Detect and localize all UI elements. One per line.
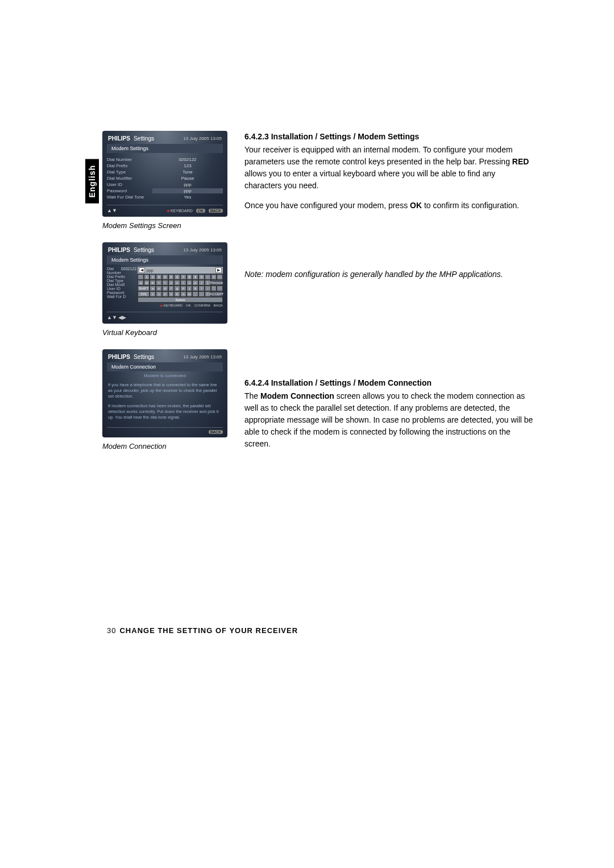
brand-label: PHILIPS [108,247,130,253]
row-value: ppp [152,182,223,187]
vk-key-accept: ACCEPT [211,291,223,297]
vk-key: - [205,274,211,280]
ss-timestamp: 13 July 2005 13:05 [183,247,222,253]
ok-hint: OK [186,304,191,307]
vk-key: g [174,286,180,291]
caption: Modem Settings Screen [102,221,227,230]
text: Once you have configured your modem, pre… [244,201,410,210]
text: allows you to enter a virtual keyboard w… [244,169,495,190]
vk-key [217,286,223,291]
ss-subheader: Modem Settings [107,144,223,153]
vk-key: l [198,286,205,291]
right-column: 6.4.2.3 Installation / Settings / Modem … [244,131,534,463]
vk-key: p [192,280,198,286]
vk-key: [ [198,280,205,286]
vk-key: r [156,280,162,286]
vk-key: h [180,286,186,291]
ss-timestamp: 13 July 2005 13:05 [183,354,222,359]
vk-key: q [138,280,144,286]
text: The [244,391,260,400]
caption: Virtual Keyboard [102,328,227,337]
caption: Modem Connection [102,442,227,450]
vk-key: v [168,291,175,297]
back-hint: BACK [209,209,223,213]
bold-text: RED [512,157,529,166]
vk-key: . [198,291,205,297]
vk-key: x [156,291,162,297]
body-paragraph: The Modem Connection screen allows you t… [244,390,534,450]
side-label: Dial Number [107,267,121,275]
section-heading: 6.4.2.3 Installation / Settings / Modem … [244,131,534,143]
ss-help-bar: ▲▼ ◀▶ [107,312,223,320]
vk-key: n [180,291,186,297]
bold-text: OK [410,201,422,210]
setting-row: Dial Number0202122 [107,156,223,163]
side-label: Wait For D [107,295,135,299]
row-label: Dial Modifier [107,176,152,181]
ss-subheader: Modem Settings [107,255,223,264]
vk-key: u [174,280,180,286]
vk-key-remove: Remove [211,280,223,286]
vk-key: 5 [168,274,175,280]
vk-key: 6 [174,274,180,280]
side-value: 0202122 [121,267,136,275]
vk-key: z [150,291,156,297]
vk-key-backspace: ← [217,274,223,280]
nav-arrows-icon: ▲▼ ◀▶ [107,315,126,320]
screenshot-modem-connection: PHILIPS Settings 13 July 2005 13:05 Mode… [102,349,227,437]
screenshot-virtual-keyboard: PHILIPS Settings 13 July 2005 13:05 Mode… [102,242,227,324]
ss-timestamp: 13 July 2005 13:05 [183,136,222,141]
ss-title: Settings [134,247,154,253]
page-number: 30 [107,626,116,635]
side-label: Dial Type [107,279,135,283]
row-label: Wait For Dial Tone [107,195,152,200]
row-value: Yes [152,195,223,200]
brand-label: PHILIPS [108,135,130,142]
vk-key: f [168,286,175,291]
left-column: PHILIPS Settings 13 July 2005 13:05 Mode… [80,131,227,463]
vk-key: k [192,286,198,291]
vk-key: j [186,286,193,291]
ss-title: Settings [134,135,154,142]
section-heading: 6.4.2.4 Installation / Settings / Modem … [244,377,534,389]
text: to confirm its configuration. [422,201,519,210]
footer-title: CHANGE THE SETTING OF YOUR RECEIVER [119,626,298,635]
side-label: Dial Modif [107,283,135,287]
setting-row: User IDppp [107,181,223,188]
row-value: 0202122 [152,157,223,162]
keyboard-hint: ■ KEYBOARD [160,304,182,307]
vk-input-bar: ◀ ppp ▶ [138,267,223,274]
setting-row: Dial ModifierPause [107,175,223,181]
vk-key: 1 [144,274,150,280]
row-value: Pause [152,176,223,181]
body-paragraph: Your receiver is equipped with an intern… [244,144,534,192]
screenshot-modem-settings: PHILIPS Settings 13 July 2005 13:05 Mode… [102,131,227,217]
vk-key: a [150,286,156,291]
language-tab: English [85,159,99,204]
vk-key: = [211,274,217,280]
vk-key: 3 [156,274,162,280]
ss-header: PHILIPS Settings 13 July 2005 13:05 [102,242,227,255]
setting-row: Dial Prefix123 [107,163,223,169]
vk-key: 0 [198,274,205,280]
nav-arrows-icon: ▲▼ [107,208,117,213]
page-content: PHILIPS Settings 13 July 2005 13:05 Mode… [0,0,614,463]
row-label: Password [107,188,152,193]
note-text: Note: modem configuration is generally h… [244,268,534,280]
vk-key-grid: `1234567890-=← qwertyuiop[]Remove SHIFTa… [138,274,223,303]
connection-status: Modem is connected [102,371,227,380]
row-value: ppp [152,188,223,193]
ss-header: PHILIPS Settings 13 July 2005 13:05 [102,349,227,362]
ss-help-bar: ▲▼ ■ KEYBOARD OK BACK [107,205,223,213]
vk-key: i [180,280,186,286]
text: Your receiver is equipped with an intern… [244,145,513,166]
vk-side-labels: Dial Number0202122 Dial Prefix Dial Type… [107,267,135,307]
vk-key: 9 [192,274,198,280]
page-footer: 30CHANGE THE SETTING OF YOUR RECEIVER [107,626,298,635]
connection-instruction: If you have a telephone that is connecte… [102,380,227,401]
row-value: 123 [152,163,223,168]
vk-key-shift: SHIFT [138,286,150,291]
bold-text: Modem Connection [260,391,334,400]
chevron-right-icon: ▶ [215,267,222,273]
side-label: Dial Prefix [107,275,135,279]
